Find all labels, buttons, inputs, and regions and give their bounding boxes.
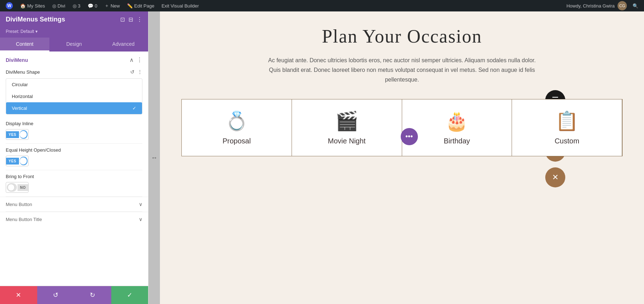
settings-sidebar: DiviMenus Settings ⊡ ⊟ ⋮ Preset: Default…	[0, 11, 148, 304]
columns-icon[interactable]: ⊟	[128, 16, 133, 23]
custom-label: Custom	[555, 137, 579, 145]
comments-button[interactable]: ◎ 3	[70, 0, 83, 11]
wp-admin-bar: W 🏠 My Sites ◎ Divi ◎ 3 💬 0 ＋ New ✏️ Edi…	[0, 0, 644, 11]
section-title[interactable]: DiviMenu	[6, 57, 28, 63]
option-circular[interactable]: Circular	[6, 79, 142, 90]
display-inline-label: Display Inline	[6, 121, 142, 126]
menu-button-label: Menu Button	[6, 202, 32, 207]
bring-to-front-row: Bring to Front NO	[0, 170, 148, 196]
shape-dropdown: Circular Horizontal Vertical ✓	[6, 78, 142, 114]
shape-label: DiviMenu Shape	[6, 69, 127, 75]
toggle-yes-label: YES	[6, 131, 19, 138]
new-button[interactable]: ＋ New	[102, 0, 123, 11]
selected-check-icon: ✓	[132, 106, 136, 111]
display-inline-toggle[interactable]: YES	[6, 129, 29, 140]
custom-icon: 📋	[555, 110, 579, 132]
section-more-icon[interactable]: ⋮	[137, 57, 142, 63]
avatar[interactable]: CG	[618, 1, 627, 10]
pencil-icon: ✏️	[127, 3, 133, 9]
save-button[interactable]: ✓	[111, 286, 148, 304]
menu-button-section[interactable]: Menu Button ∨	[0, 197, 148, 211]
dots-icon: •••	[405, 132, 413, 141]
field-more-icon[interactable]: ⋮	[137, 69, 142, 75]
sidebar-header: DiviMenus Settings ⊡ ⊟ ⋮	[0, 11, 148, 28]
discard-icon: ✕	[16, 291, 21, 299]
divi-icon: ◎	[52, 3, 56, 9]
discard-button[interactable]: ✕	[0, 286, 37, 304]
card-birthday[interactable]: 🎂 Birthday	[402, 99, 512, 156]
sidebar-tabs: Content Design Advanced	[0, 38, 148, 52]
wp-icon: W	[6, 2, 13, 9]
reset-button[interactable]: ↺	[37, 286, 74, 304]
floating-dot-button[interactable]: •••	[401, 128, 418, 145]
tab-design[interactable]: Design	[49, 38, 99, 52]
tab-advanced[interactable]: Advanced	[99, 38, 148, 52]
shape-field-row: DiviMenu Shape ↺ ⋮	[0, 67, 148, 77]
redo-icon: ↻	[90, 291, 95, 299]
reset-field-icon[interactable]: ↺	[130, 69, 135, 75]
equal-height-label: Equal Height Open/Closed	[6, 147, 142, 153]
preset-selector[interactable]: Preset: Default ▾	[0, 28, 148, 38]
redo-button[interactable]: ↻	[74, 286, 111, 304]
card-movie-night[interactable]: 🎬 Movie Night	[292, 99, 402, 156]
comment-icon-button[interactable]: 💬 0	[85, 0, 100, 11]
menu-button-title-section[interactable]: Menu Button Title ∨	[0, 212, 148, 226]
movie-night-label: Movie Night	[328, 137, 366, 145]
bottom-toolbar: ✕ ↺ ↻ ✓	[0, 286, 148, 304]
main-layout: DiviMenus Settings ⊡ ⊟ ⋮ Preset: Default…	[0, 11, 644, 304]
reset-icon: ↺	[53, 291, 58, 299]
proposal-label: Proposal	[223, 137, 251, 145]
sidebar-header-icons: ⊡ ⊟ ⋮	[120, 16, 142, 23]
page-subtitle: Ac feugiat ante. Donec ultricies loborti…	[266, 55, 538, 85]
page-title: Plan Your Occasion	[181, 26, 623, 47]
toggle-no-label: NO	[18, 184, 28, 191]
option-vertical[interactable]: Vertical ✓	[6, 102, 142, 114]
collapse-icon[interactable]: ∧	[130, 57, 134, 63]
movie-icon: 🎬	[335, 110, 358, 132]
nav-wrench-button[interactable]: ✕	[545, 167, 565, 187]
comments-icon: ◎	[73, 3, 77, 9]
bring-to-front-toggle[interactable]: NO	[6, 182, 29, 193]
save-icon: ✓	[127, 291, 132, 299]
tab-content[interactable]: Content	[0, 38, 49, 52]
card-proposal[interactable]: 💍 Proposal	[182, 99, 292, 156]
sidebar-title: DiviMenus Settings	[6, 16, 65, 23]
sidebar-body: DiviMenu ∧ ⋮ DiviMenu Shape ↺ ⋮ Circular…	[0, 52, 148, 286]
resize-handle[interactable]: ↔	[148, 11, 160, 304]
search-icon[interactable]: 🔍	[630, 3, 641, 9]
preview-area: Plan Your Occasion Ac feugiat ante. Done…	[160, 11, 644, 304]
wrench-icon: ✕	[552, 173, 558, 182]
comment-bubble-icon: 💬	[88, 3, 93, 9]
chevron-down-icon: ∨	[139, 201, 142, 207]
my-sites-button[interactable]: 🏠 My Sites	[17, 0, 48, 11]
cards-section: 💍 Proposal 🎬 Movie Night 🎂 Birthday 📋 Cu…	[181, 99, 623, 156]
wp-logo-button[interactable]: W	[3, 0, 16, 11]
chevron-down-icon-2: ∨	[139, 216, 142, 222]
equal-height-yes-label: YES	[6, 158, 19, 165]
menu-button-title-label: Menu Button Title	[6, 217, 42, 222]
divimenu-section-header: DiviMenu ∧ ⋮	[0, 52, 148, 67]
edit-page-button[interactable]: ✏️ Edit Page	[124, 0, 157, 11]
birthday-icon: 🎂	[445, 110, 468, 132]
proposal-icon: 💍	[225, 110, 248, 132]
bring-to-front-label: Bring to Front	[6, 174, 142, 179]
equal-height-row: Equal Height Open/Closed YES	[0, 144, 148, 170]
window-icon[interactable]: ⊡	[120, 16, 125, 23]
display-inline-row: Display Inline YES	[0, 117, 148, 143]
more-vert-icon[interactable]: ⋮	[137, 16, 142, 23]
admin-bar-right: Howdy, Christina Gwira CG 🔍	[566, 1, 641, 10]
divi-button[interactable]: ◎ Divi	[49, 0, 68, 11]
exit-builder-button[interactable]: Exit Visual Builder	[158, 0, 202, 11]
howdy-label: Howdy, Christina Gwira	[566, 3, 615, 9]
birthday-label: Birthday	[444, 137, 470, 145]
card-custom[interactable]: 📋 Custom	[512, 99, 622, 156]
equal-height-toggle[interactable]: YES	[6, 156, 29, 166]
house-icon: 🏠	[20, 3, 26, 9]
option-horizontal[interactable]: Horizontal	[6, 90, 142, 102]
section-icons: ∧ ⋮	[130, 57, 142, 63]
plus-icon: ＋	[104, 3, 109, 9]
